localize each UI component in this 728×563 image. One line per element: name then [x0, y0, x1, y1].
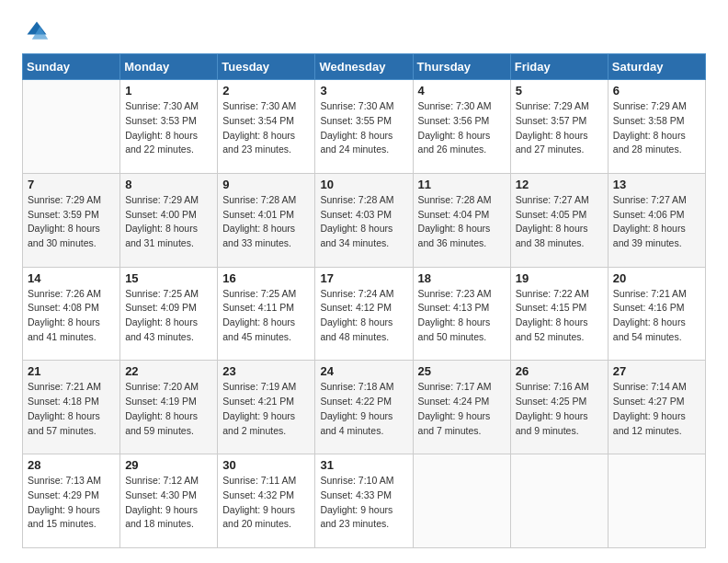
day-number: 18: [418, 271, 506, 285]
calendar-cell: 2Sunrise: 7:30 AMSunset: 3:54 PMDaylight…: [218, 80, 315, 174]
calendar-cell: 3Sunrise: 7:30 AMSunset: 3:55 PMDaylight…: [315, 80, 413, 174]
day-info: Sunrise: 7:21 AMSunset: 4:16 PMDaylight:…: [613, 287, 700, 345]
day-number: 27: [613, 364, 700, 378]
calendar-cell: [510, 454, 608, 548]
day-info: Sunrise: 7:16 AMSunset: 4:25 PMDaylight:…: [516, 380, 603, 438]
day-number: 2: [222, 84, 310, 98]
calendar-cell: 16Sunrise: 7:25 AMSunset: 4:11 PMDayligh…: [218, 267, 315, 361]
day-number: 24: [320, 364, 407, 378]
day-number: 3: [320, 84, 407, 98]
calendar-week-row: 21Sunrise: 7:21 AMSunset: 4:18 PMDayligh…: [23, 361, 706, 454]
calendar-cell: 26Sunrise: 7:16 AMSunset: 4:25 PMDayligh…: [510, 361, 608, 454]
calendar-cell: 18Sunrise: 7:23 AMSunset: 4:13 PMDayligh…: [413, 267, 510, 361]
calendar-cell: [608, 454, 705, 548]
calendar-cell: 27Sunrise: 7:14 AMSunset: 4:27 PMDayligh…: [608, 361, 705, 454]
day-number: 12: [516, 178, 603, 191]
calendar-cell: 20Sunrise: 7:21 AMSunset: 4:16 PMDayligh…: [608, 267, 705, 361]
weekday-header: Wednesday: [315, 54, 413, 80]
day-number: 30: [222, 458, 310, 472]
weekday-header: Tuesday: [218, 54, 315, 80]
day-number: 31: [320, 458, 407, 472]
day-info: Sunrise: 7:25 AMSunset: 4:09 PMDaylight:…: [125, 287, 212, 345]
day-info: Sunrise: 7:29 AMSunset: 4:00 PMDaylight:…: [125, 193, 212, 251]
calendar-cell: 30Sunrise: 7:11 AMSunset: 4:32 PMDayligh…: [218, 454, 315, 548]
calendar-cell: 1Sunrise: 7:30 AMSunset: 3:53 PMDaylight…: [120, 80, 218, 174]
day-info: Sunrise: 7:30 AMSunset: 3:56 PMDaylight:…: [418, 99, 506, 157]
calendar-week-row: 7Sunrise: 7:29 AMSunset: 3:59 PMDaylight…: [23, 173, 706, 267]
day-number: 25: [418, 364, 506, 378]
day-info: Sunrise: 7:14 AMSunset: 4:27 PMDaylight:…: [613, 380, 700, 438]
day-number: 7: [28, 178, 115, 191]
day-info: Sunrise: 7:28 AMSunset: 4:03 PMDaylight:…: [320, 193, 407, 251]
calendar-cell: 7Sunrise: 7:29 AMSunset: 3:59 PMDaylight…: [23, 173, 120, 267]
weekday-header: Sunday: [23, 54, 120, 80]
day-info: Sunrise: 7:30 AMSunset: 3:53 PMDaylight:…: [125, 99, 212, 157]
day-number: 19: [516, 271, 603, 285]
calendar-cell: 12Sunrise: 7:27 AMSunset: 4:05 PMDayligh…: [510, 173, 608, 267]
day-number: 26: [516, 364, 603, 378]
day-info: Sunrise: 7:27 AMSunset: 4:06 PMDaylight:…: [613, 193, 700, 251]
header: [22, 18, 706, 44]
calendar-cell: 4Sunrise: 7:30 AMSunset: 3:56 PMDaylight…: [413, 80, 510, 174]
weekday-header: Monday: [120, 54, 218, 80]
day-info: Sunrise: 7:27 AMSunset: 4:05 PMDaylight:…: [516, 193, 603, 251]
day-info: Sunrise: 7:28 AMSunset: 4:04 PMDaylight:…: [418, 193, 506, 251]
calendar-header: SundayMondayTuesdayWednesdayThursdayFrid…: [23, 54, 706, 80]
day-number: 15: [125, 271, 212, 285]
calendar-cell: 25Sunrise: 7:17 AMSunset: 4:24 PMDayligh…: [413, 361, 510, 454]
calendar-cell: 10Sunrise: 7:28 AMSunset: 4:03 PMDayligh…: [315, 173, 413, 267]
day-info: Sunrise: 7:30 AMSunset: 3:55 PMDaylight:…: [320, 99, 407, 157]
weekday-header: Saturday: [608, 54, 705, 80]
calendar-table: SundayMondayTuesdayWednesdayThursdayFrid…: [22, 53, 706, 548]
day-info: Sunrise: 7:20 AMSunset: 4:19 PMDaylight:…: [125, 380, 212, 438]
calendar-cell: [23, 80, 120, 174]
day-info: Sunrise: 7:10 AMSunset: 4:33 PMDaylight:…: [320, 474, 407, 532]
day-number: 17: [320, 271, 407, 285]
day-number: 29: [125, 458, 212, 472]
day-number: 5: [516, 84, 603, 98]
calendar-cell: 31Sunrise: 7:10 AMSunset: 4:33 PMDayligh…: [315, 454, 413, 548]
day-number: 6: [613, 84, 700, 98]
day-info: Sunrise: 7:18 AMSunset: 4:22 PMDaylight:…: [320, 380, 407, 438]
calendar-cell: 22Sunrise: 7:20 AMSunset: 4:19 PMDayligh…: [120, 361, 218, 454]
day-info: Sunrise: 7:24 AMSunset: 4:12 PMDaylight:…: [320, 287, 407, 345]
page: SundayMondayTuesdayWednesdayThursdayFrid…: [0, 0, 728, 563]
calendar-cell: 29Sunrise: 7:12 AMSunset: 4:30 PMDayligh…: [120, 454, 218, 548]
calendar-week-row: 14Sunrise: 7:26 AMSunset: 4:08 PMDayligh…: [23, 267, 706, 361]
calendar-cell: 24Sunrise: 7:18 AMSunset: 4:22 PMDayligh…: [315, 361, 413, 454]
day-info: Sunrise: 7:25 AMSunset: 4:11 PMDaylight:…: [222, 287, 310, 345]
day-info: Sunrise: 7:29 AMSunset: 3:57 PMDaylight:…: [516, 99, 603, 157]
calendar-cell: 5Sunrise: 7:29 AMSunset: 3:57 PMDaylight…: [510, 80, 608, 174]
day-number: 13: [613, 178, 700, 191]
calendar-cell: 13Sunrise: 7:27 AMSunset: 4:06 PMDayligh…: [608, 173, 705, 267]
day-number: 4: [418, 84, 506, 98]
calendar-cell: 21Sunrise: 7:21 AMSunset: 4:18 PMDayligh…: [23, 361, 120, 454]
day-info: Sunrise: 7:19 AMSunset: 4:21 PMDaylight:…: [222, 380, 310, 438]
weekday-header: Friday: [510, 54, 608, 80]
day-info: Sunrise: 7:30 AMSunset: 3:54 PMDaylight:…: [222, 99, 310, 157]
day-info: Sunrise: 7:12 AMSunset: 4:30 PMDaylight:…: [125, 474, 212, 532]
calendar-cell: 6Sunrise: 7:29 AMSunset: 3:58 PMDaylight…: [608, 80, 705, 174]
calendar-cell: 28Sunrise: 7:13 AMSunset: 4:29 PMDayligh…: [23, 454, 120, 548]
day-info: Sunrise: 7:11 AMSunset: 4:32 PMDaylight:…: [222, 474, 310, 532]
day-number: 28: [28, 458, 115, 472]
day-number: 14: [28, 271, 115, 285]
day-number: 1: [125, 84, 212, 98]
day-info: Sunrise: 7:29 AMSunset: 3:59 PMDaylight:…: [28, 193, 115, 251]
calendar-cell: 9Sunrise: 7:28 AMSunset: 4:01 PMDaylight…: [218, 173, 315, 267]
day-number: 20: [613, 271, 700, 285]
calendar-week-row: 1Sunrise: 7:30 AMSunset: 3:53 PMDaylight…: [23, 80, 706, 174]
logo: [22, 18, 53, 44]
calendar-cell: 8Sunrise: 7:29 AMSunset: 4:00 PMDaylight…: [120, 173, 218, 267]
calendar-cell: 14Sunrise: 7:26 AMSunset: 4:08 PMDayligh…: [23, 267, 120, 361]
day-info: Sunrise: 7:21 AMSunset: 4:18 PMDaylight:…: [28, 380, 115, 438]
calendar-cell: 23Sunrise: 7:19 AMSunset: 4:21 PMDayligh…: [218, 361, 315, 454]
day-number: 22: [125, 364, 212, 378]
day-info: Sunrise: 7:23 AMSunset: 4:13 PMDaylight:…: [418, 287, 506, 345]
day-number: 16: [222, 271, 310, 285]
calendar-week-row: 28Sunrise: 7:13 AMSunset: 4:29 PMDayligh…: [23, 454, 706, 548]
day-info: Sunrise: 7:29 AMSunset: 3:58 PMDaylight:…: [613, 99, 700, 157]
day-info: Sunrise: 7:17 AMSunset: 4:24 PMDaylight:…: [418, 380, 506, 438]
day-number: 11: [418, 178, 506, 191]
day-info: Sunrise: 7:22 AMSunset: 4:15 PMDaylight:…: [516, 287, 603, 345]
